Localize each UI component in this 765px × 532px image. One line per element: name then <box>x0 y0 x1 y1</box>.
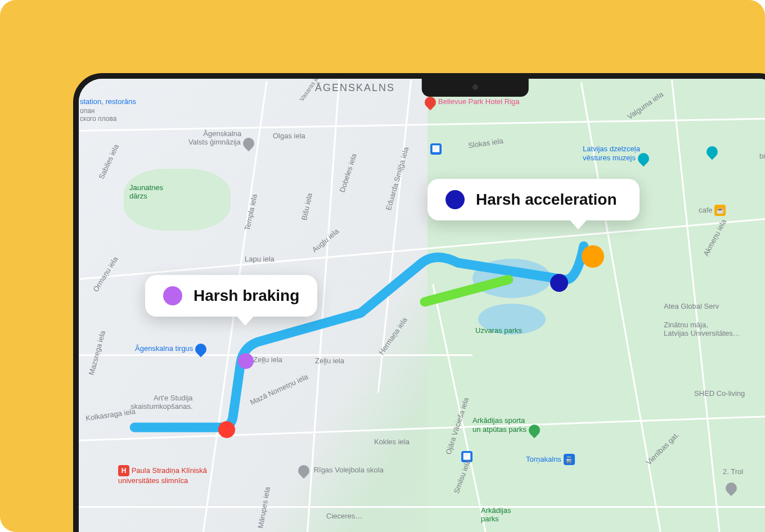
district-label: ĀGENSKALNS <box>315 82 395 94</box>
poi-station-sub: опан ского плова <box>80 107 116 123</box>
hospital-icon: H <box>118 465 129 476</box>
poi-text: Bellevue Park Hotel Riga <box>438 97 520 106</box>
poi-trol[interactable]: 2. Trol <box>723 467 743 476</box>
street-hermana: Hermaņa iela <box>377 316 409 357</box>
road <box>79 506 765 508</box>
route-event-red[interactable] <box>218 421 235 438</box>
poi-volejbola[interactable]: Rīgas Volejbola skola <box>298 465 384 476</box>
callout-tail-icon <box>568 218 588 229</box>
poi-transit-top[interactable]: 🅿 <box>430 143 442 155</box>
poi-atea[interactable]: Atea Global Serv <box>664 302 719 310</box>
museum-pin-icon <box>635 151 651 166</box>
poi-text: Āgenskalna tirgus <box>135 344 193 353</box>
poi-text: Paula Stradiņa Klīniskā universitātes sl… <box>118 466 207 485</box>
callout-acceleration[interactable]: Harsh acceleration <box>428 179 640 220</box>
cafe-icon: ☕ <box>714 205 726 216</box>
poi-cafe[interactable]: cafe ☕ <box>699 205 726 216</box>
poi-gray-east[interactable] <box>726 483 739 494</box>
laptop-bezel: Harsh braking Harsh acceleration ĀGENSKA… <box>73 73 765 532</box>
park-pin-icon <box>526 422 542 438</box>
transit-icon: 🅿 <box>430 143 442 155</box>
poi-text: cafe <box>699 206 713 214</box>
school-pin-icon <box>240 136 256 151</box>
street-mazrega: Mazsrega iela <box>87 330 107 376</box>
street-kolkas: Kolkasraga iela <box>85 407 136 422</box>
transit-icon: 🚆 <box>564 454 575 465</box>
poi-text: Latvijas dzelzceļa vēstures muzejs <box>583 145 640 162</box>
school-pin-icon <box>296 463 312 479</box>
pond-1 <box>472 259 551 298</box>
poi-museum-east[interactable] <box>706 146 720 157</box>
poi-uzvaras[interactable]: Uzvaras parks <box>475 326 522 335</box>
street-bisu: Bišu iela <box>300 192 314 221</box>
route-event-blue[interactable] <box>550 274 568 292</box>
outer-frame: Harsh braking Harsh acceleration ĀGENSKA… <box>0 0 765 532</box>
poi-stradina[interactable]: H Paula Stradiņa Klīniskā universitātes … <box>118 465 207 485</box>
poi-sporta[interactable]: Arkādijas sporta un atpūtas parks <box>472 416 542 436</box>
route-event-purple[interactable] <box>238 353 254 369</box>
street-ormanu: Ormaņu iela <box>91 255 119 293</box>
route-event-orange[interactable] <box>582 245 604 268</box>
callout-tail-icon <box>235 314 255 326</box>
street-maza: Mazā Nometņu iela <box>249 372 309 407</box>
poi-shed[interactable]: SHED Co-living <box>694 389 745 398</box>
street-kokles: Kokles iela <box>374 438 410 446</box>
poi-arkadijas[interactable]: Arkādijas parks <box>481 506 511 523</box>
poi-text: Torņakalns <box>526 455 561 463</box>
poi-dzelzcela[interactable]: Latvijas dzelzceļa vēstures muzejs <box>583 145 651 164</box>
poi-tirgus[interactable]: Āgenskalna tirgus <box>135 344 209 355</box>
poi-text: Āgenskalna Valsts ģimnāzija <box>188 129 241 146</box>
street-zellu: Zeļļu iela <box>253 355 282 364</box>
poi-text: Arkādijas sporta un atpūtas parks <box>472 416 526 434</box>
poi-bellevue[interactable]: Bellevue Park Hotel Riga <box>425 97 520 108</box>
street-cieceres: Cieceres… <box>326 512 362 520</box>
callout-label: Harsh braking <box>194 287 299 305</box>
street-lapu: Lapu iela <box>245 255 274 263</box>
poi-station[interactable]: station, restorāns <box>80 97 136 106</box>
callout-braking[interactable]: Harsh braking <box>145 275 317 317</box>
poi-arte[interactable]: Art'e Studija skaistumkopšanas. <box>130 394 193 411</box>
callout-label: Harsh acceleration <box>476 191 617 209</box>
street-sabiles: Sabiles iela <box>97 143 120 181</box>
callout-dot-icon <box>163 286 182 305</box>
map-canvas[interactable]: Harsh braking Harsh acceleration ĀGENSKA… <box>79 79 765 532</box>
poi-text: Rīgas Volejbola skola <box>314 466 384 474</box>
street-auglu: Augļu iela <box>310 227 340 254</box>
poi-tornakalns[interactable]: Torņakalns 🚆 <box>526 454 575 465</box>
market-pin-icon <box>193 341 209 357</box>
street-bi: bi <box>759 152 765 160</box>
street-olgas: Olgas iela <box>273 132 305 140</box>
street-zellu2: Zeļļu iela <box>315 357 344 365</box>
museum-pin-icon <box>704 144 720 160</box>
callout-dot-icon <box>446 190 465 209</box>
poi-gimnazija[interactable]: Āgenskalna Valsts ģimnāzija <box>188 129 256 149</box>
street-templa: Templa iela <box>243 193 259 231</box>
street-dobeles: Dobeles iela <box>338 152 358 193</box>
poi-jaunatnes[interactable]: Jaunatnes dārzs <box>129 183 163 200</box>
poi-zinatnu[interactable]: Zinātņu māja, Latvijas Universitātes… <box>664 321 740 337</box>
hotel-pin-icon <box>422 94 438 110</box>
generic-pin-icon <box>723 480 739 496</box>
laptop-notch <box>422 79 529 97</box>
